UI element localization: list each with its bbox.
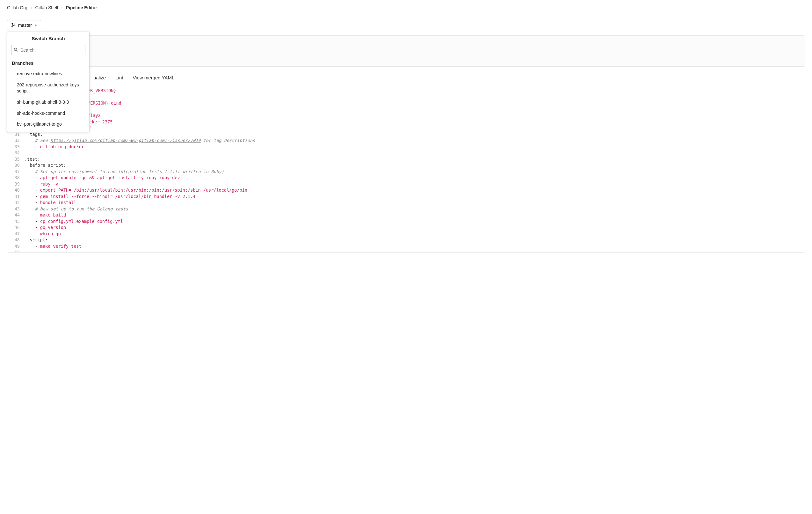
code-editor[interactable]: 2425262728293031323334353637383940414243… — [7, 85, 805, 252]
breadcrumb-current: Pipeline Editor — [66, 5, 97, 10]
branch-icon — [11, 23, 16, 27]
breadcrumb-link-project[interactable]: Gitlab Shell — [35, 5, 58, 10]
branch-dropdown: Switch Branch Branches remove-extra-newl… — [7, 32, 90, 132]
branch-item[interactable]: sh-bump-gitlab-shell-8-3-3 — [7, 97, 89, 108]
search-icon — [14, 48, 18, 53]
tab-visualize[interactable]: ualize — [93, 72, 107, 85]
chevron-right-icon: › — [61, 5, 63, 10]
tab-view-merged-yaml[interactable]: View merged YAML — [132, 72, 175, 85]
branch-search-input[interactable] — [11, 45, 85, 55]
branch-dropdown-title: Switch Branch — [7, 32, 89, 45]
chevron-right-icon: › — [31, 5, 32, 10]
editor-code[interactable]: ER_VERSION}VERSION}-dindrlay2 DOCKER_HOS… — [23, 85, 805, 252]
svg-point-1 — [12, 26, 13, 27]
branch-section-title: Branches — [7, 58, 89, 68]
svg-point-3 — [14, 48, 17, 51]
info-panel: fd alid. Learn more — [7, 35, 805, 66]
chevron-down-icon: ▾ — [35, 23, 37, 27]
svg-point-2 — [14, 24, 15, 25]
branch-item[interactable]: 202-repurpose-authorized-keys-script — [7, 79, 89, 97]
branch-item[interactable]: bvl-port-gitlabnet-to-go — [7, 118, 89, 130]
breadcrumb-link-org[interactable]: Gitlab Org — [7, 5, 27, 10]
branch-item[interactable]: remove-extra-newlines — [7, 68, 89, 79]
tab-lint[interactable]: Lint — [115, 72, 124, 85]
branch-item[interactable]: sh-add-hooks-command — [7, 108, 89, 119]
breadcrumb: Gitlab Org › Gitlab Shell › Pipeline Edi… — [7, 5, 805, 15]
svg-point-0 — [12, 23, 13, 24]
branch-selector-button[interactable]: master ▾ — [7, 20, 41, 30]
editor-tabs: ualize Lint View merged YAML — [7, 71, 805, 85]
branch-selector-label: master — [18, 23, 32, 28]
